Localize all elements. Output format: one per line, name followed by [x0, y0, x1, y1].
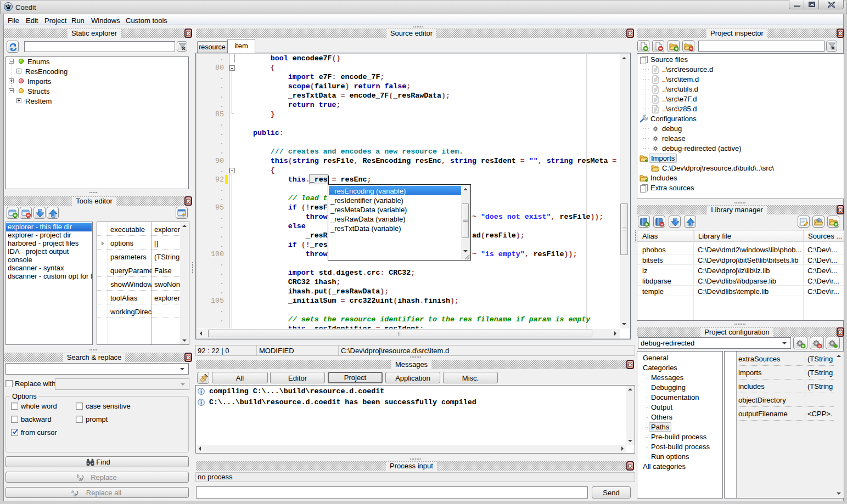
svg-text:a: a — [79, 477, 82, 482]
svg-text:a: a — [74, 492, 76, 497]
